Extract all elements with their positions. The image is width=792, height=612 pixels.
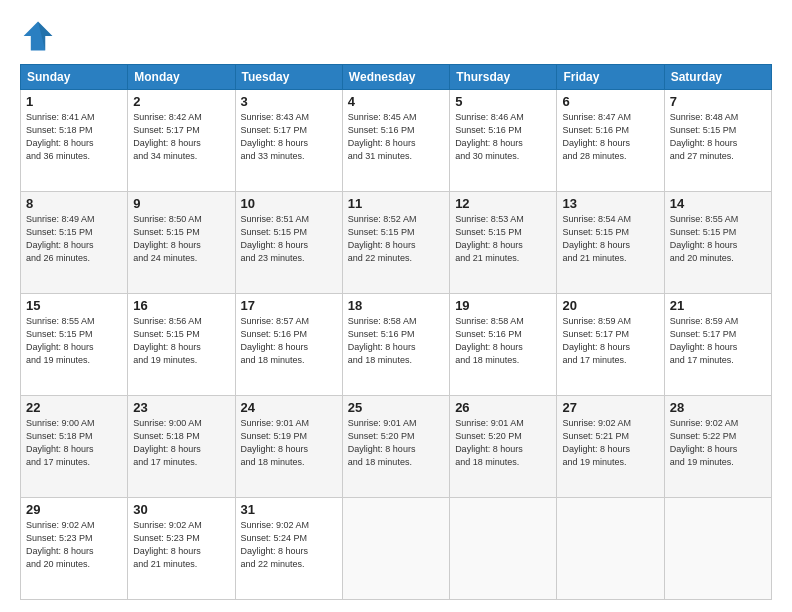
- calendar-cell: 12Sunrise: 8:53 AM Sunset: 5:15 PM Dayli…: [450, 192, 557, 294]
- day-number: 25: [348, 400, 444, 415]
- calendar-col-saturday: Saturday: [664, 65, 771, 90]
- calendar-col-sunday: Sunday: [21, 65, 128, 90]
- calendar-cell: 11Sunrise: 8:52 AM Sunset: 5:15 PM Dayli…: [342, 192, 449, 294]
- day-number: 13: [562, 196, 658, 211]
- day-number: 9: [133, 196, 229, 211]
- day-number: 8: [26, 196, 122, 211]
- day-number: 26: [455, 400, 551, 415]
- calendar-cell: [557, 498, 664, 600]
- calendar-cell: [664, 498, 771, 600]
- calendar-cell: 14Sunrise: 8:55 AM Sunset: 5:15 PM Dayli…: [664, 192, 771, 294]
- calendar-cell: [450, 498, 557, 600]
- day-info: Sunrise: 8:47 AM Sunset: 5:16 PM Dayligh…: [562, 111, 658, 163]
- day-number: 24: [241, 400, 337, 415]
- calendar-cell: [342, 498, 449, 600]
- calendar-cell: 2Sunrise: 8:42 AM Sunset: 5:17 PM Daylig…: [128, 90, 235, 192]
- page: SundayMondayTuesdayWednesdayThursdayFrid…: [0, 0, 792, 612]
- day-info: Sunrise: 8:55 AM Sunset: 5:15 PM Dayligh…: [26, 315, 122, 367]
- day-number: 4: [348, 94, 444, 109]
- day-info: Sunrise: 8:51 AM Sunset: 5:15 PM Dayligh…: [241, 213, 337, 265]
- day-info: Sunrise: 8:59 AM Sunset: 5:17 PM Dayligh…: [670, 315, 766, 367]
- day-info: Sunrise: 8:53 AM Sunset: 5:15 PM Dayligh…: [455, 213, 551, 265]
- calendar-cell: 20Sunrise: 8:59 AM Sunset: 5:17 PM Dayli…: [557, 294, 664, 396]
- calendar-cell: 19Sunrise: 8:58 AM Sunset: 5:16 PM Dayli…: [450, 294, 557, 396]
- day-info: Sunrise: 8:50 AM Sunset: 5:15 PM Dayligh…: [133, 213, 229, 265]
- day-number: 31: [241, 502, 337, 517]
- day-info: Sunrise: 9:02 AM Sunset: 5:21 PM Dayligh…: [562, 417, 658, 469]
- calendar-cell: 5Sunrise: 8:46 AM Sunset: 5:16 PM Daylig…: [450, 90, 557, 192]
- calendar-cell: 31Sunrise: 9:02 AM Sunset: 5:24 PM Dayli…: [235, 498, 342, 600]
- calendar-cell: 21Sunrise: 8:59 AM Sunset: 5:17 PM Dayli…: [664, 294, 771, 396]
- day-info: Sunrise: 8:54 AM Sunset: 5:15 PM Dayligh…: [562, 213, 658, 265]
- day-number: 10: [241, 196, 337, 211]
- day-number: 22: [26, 400, 122, 415]
- day-info: Sunrise: 8:57 AM Sunset: 5:16 PM Dayligh…: [241, 315, 337, 367]
- day-number: 12: [455, 196, 551, 211]
- day-info: Sunrise: 8:58 AM Sunset: 5:16 PM Dayligh…: [455, 315, 551, 367]
- calendar-col-wednesday: Wednesday: [342, 65, 449, 90]
- calendar-cell: 15Sunrise: 8:55 AM Sunset: 5:15 PM Dayli…: [21, 294, 128, 396]
- logo: [20, 18, 62, 54]
- calendar-row-3: 22Sunrise: 9:00 AM Sunset: 5:18 PM Dayli…: [21, 396, 772, 498]
- calendar-cell: 7Sunrise: 8:48 AM Sunset: 5:15 PM Daylig…: [664, 90, 771, 192]
- day-info: Sunrise: 9:01 AM Sunset: 5:20 PM Dayligh…: [455, 417, 551, 469]
- day-number: 14: [670, 196, 766, 211]
- day-info: Sunrise: 8:48 AM Sunset: 5:15 PM Dayligh…: [670, 111, 766, 163]
- day-info: Sunrise: 9:02 AM Sunset: 5:23 PM Dayligh…: [26, 519, 122, 571]
- calendar-col-thursday: Thursday: [450, 65, 557, 90]
- day-number: 21: [670, 298, 766, 313]
- day-info: Sunrise: 8:45 AM Sunset: 5:16 PM Dayligh…: [348, 111, 444, 163]
- calendar-col-friday: Friday: [557, 65, 664, 90]
- calendar-row-2: 15Sunrise: 8:55 AM Sunset: 5:15 PM Dayli…: [21, 294, 772, 396]
- day-number: 29: [26, 502, 122, 517]
- day-number: 2: [133, 94, 229, 109]
- calendar-col-monday: Monday: [128, 65, 235, 90]
- calendar-cell: 8Sunrise: 8:49 AM Sunset: 5:15 PM Daylig…: [21, 192, 128, 294]
- day-number: 11: [348, 196, 444, 211]
- day-info: Sunrise: 8:52 AM Sunset: 5:15 PM Dayligh…: [348, 213, 444, 265]
- header: [20, 18, 772, 54]
- day-number: 23: [133, 400, 229, 415]
- calendar-header-row: SundayMondayTuesdayWednesdayThursdayFrid…: [21, 65, 772, 90]
- calendar-col-tuesday: Tuesday: [235, 65, 342, 90]
- day-info: Sunrise: 8:43 AM Sunset: 5:17 PM Dayligh…: [241, 111, 337, 163]
- calendar-cell: 28Sunrise: 9:02 AM Sunset: 5:22 PM Dayli…: [664, 396, 771, 498]
- day-number: 16: [133, 298, 229, 313]
- day-number: 17: [241, 298, 337, 313]
- calendar-cell: 23Sunrise: 9:00 AM Sunset: 5:18 PM Dayli…: [128, 396, 235, 498]
- calendar-table: SundayMondayTuesdayWednesdayThursdayFrid…: [20, 64, 772, 600]
- calendar-cell: 25Sunrise: 9:01 AM Sunset: 5:20 PM Dayli…: [342, 396, 449, 498]
- calendar-cell: 16Sunrise: 8:56 AM Sunset: 5:15 PM Dayli…: [128, 294, 235, 396]
- day-info: Sunrise: 8:59 AM Sunset: 5:17 PM Dayligh…: [562, 315, 658, 367]
- day-number: 30: [133, 502, 229, 517]
- day-info: Sunrise: 8:56 AM Sunset: 5:15 PM Dayligh…: [133, 315, 229, 367]
- day-number: 1: [26, 94, 122, 109]
- day-number: 28: [670, 400, 766, 415]
- day-info: Sunrise: 8:55 AM Sunset: 5:15 PM Dayligh…: [670, 213, 766, 265]
- calendar-row-4: 29Sunrise: 9:02 AM Sunset: 5:23 PM Dayli…: [21, 498, 772, 600]
- calendar-cell: 18Sunrise: 8:58 AM Sunset: 5:16 PM Dayli…: [342, 294, 449, 396]
- day-info: Sunrise: 9:00 AM Sunset: 5:18 PM Dayligh…: [133, 417, 229, 469]
- day-number: 6: [562, 94, 658, 109]
- day-info: Sunrise: 9:00 AM Sunset: 5:18 PM Dayligh…: [26, 417, 122, 469]
- day-number: 7: [670, 94, 766, 109]
- day-info: Sunrise: 9:02 AM Sunset: 5:23 PM Dayligh…: [133, 519, 229, 571]
- day-info: Sunrise: 9:01 AM Sunset: 5:19 PM Dayligh…: [241, 417, 337, 469]
- day-number: 19: [455, 298, 551, 313]
- calendar-cell: 13Sunrise: 8:54 AM Sunset: 5:15 PM Dayli…: [557, 192, 664, 294]
- logo-icon: [20, 18, 56, 54]
- calendar-cell: 1Sunrise: 8:41 AM Sunset: 5:18 PM Daylig…: [21, 90, 128, 192]
- calendar-cell: 9Sunrise: 8:50 AM Sunset: 5:15 PM Daylig…: [128, 192, 235, 294]
- day-number: 27: [562, 400, 658, 415]
- calendar-cell: 29Sunrise: 9:02 AM Sunset: 5:23 PM Dayli…: [21, 498, 128, 600]
- calendar-cell: 27Sunrise: 9:02 AM Sunset: 5:21 PM Dayli…: [557, 396, 664, 498]
- calendar-cell: 24Sunrise: 9:01 AM Sunset: 5:19 PM Dayli…: [235, 396, 342, 498]
- calendar-cell: 3Sunrise: 8:43 AM Sunset: 5:17 PM Daylig…: [235, 90, 342, 192]
- calendar-cell: 26Sunrise: 9:01 AM Sunset: 5:20 PM Dayli…: [450, 396, 557, 498]
- day-number: 18: [348, 298, 444, 313]
- calendar-cell: 30Sunrise: 9:02 AM Sunset: 5:23 PM Dayli…: [128, 498, 235, 600]
- calendar-cell: 17Sunrise: 8:57 AM Sunset: 5:16 PM Dayli…: [235, 294, 342, 396]
- day-info: Sunrise: 9:01 AM Sunset: 5:20 PM Dayligh…: [348, 417, 444, 469]
- day-info: Sunrise: 8:58 AM Sunset: 5:16 PM Dayligh…: [348, 315, 444, 367]
- day-info: Sunrise: 8:46 AM Sunset: 5:16 PM Dayligh…: [455, 111, 551, 163]
